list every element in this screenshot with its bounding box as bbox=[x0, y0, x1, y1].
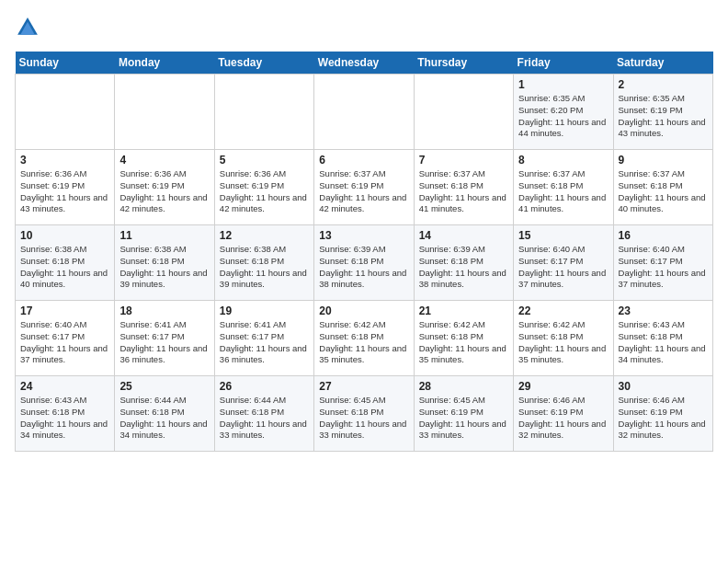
page-header bbox=[15, 15, 713, 40]
cell-info: Sunrise: 6:38 AM Sunset: 6:18 PM Dayligh… bbox=[220, 244, 309, 291]
calendar-cell: 24Sunrise: 6:43 AM Sunset: 6:18 PM Dayli… bbox=[16, 376, 115, 452]
calendar-cell: 29Sunrise: 6:46 AM Sunset: 6:19 PM Dayli… bbox=[514, 376, 613, 452]
calendar-cell: 17Sunrise: 6:40 AM Sunset: 6:17 PM Dayli… bbox=[16, 301, 115, 376]
day-number: 15 bbox=[518, 229, 608, 242]
day-number: 3 bbox=[20, 154, 109, 167]
cell-info: Sunrise: 6:35 AM Sunset: 6:20 PM Dayligh… bbox=[518, 93, 608, 140]
calendar-cell bbox=[214, 75, 313, 150]
cell-info: Sunrise: 6:37 AM Sunset: 6:18 PM Dayligh… bbox=[518, 168, 608, 215]
day-number: 22 bbox=[518, 304, 608, 317]
cell-info: Sunrise: 6:45 AM Sunset: 6:18 PM Dayligh… bbox=[319, 395, 408, 442]
calendar-cell bbox=[16, 75, 115, 150]
calendar-cell: 2Sunrise: 6:35 AM Sunset: 6:19 PM Daylig… bbox=[613, 75, 712, 150]
day-number: 29 bbox=[518, 380, 608, 393]
calendar-week-5: 24Sunrise: 6:43 AM Sunset: 6:18 PM Dayli… bbox=[16, 376, 713, 452]
day-number: 2 bbox=[619, 78, 708, 91]
calendar-cell: 9Sunrise: 6:37 AM Sunset: 6:18 PM Daylig… bbox=[613, 150, 712, 225]
calendar-cell: 8Sunrise: 6:37 AM Sunset: 6:18 PM Daylig… bbox=[514, 150, 613, 225]
day-number: 18 bbox=[119, 304, 209, 317]
cell-info: Sunrise: 6:43 AM Sunset: 6:18 PM Dayligh… bbox=[20, 395, 109, 442]
calendar-week-2: 3Sunrise: 6:36 AM Sunset: 6:19 PM Daylig… bbox=[16, 150, 713, 225]
cell-info: Sunrise: 6:42 AM Sunset: 6:18 PM Dayligh… bbox=[319, 319, 408, 366]
day-number: 1 bbox=[518, 78, 608, 91]
day-number: 26 bbox=[220, 380, 309, 393]
calendar-cell: 21Sunrise: 6:42 AM Sunset: 6:18 PM Dayli… bbox=[414, 301, 513, 376]
cell-info: Sunrise: 6:36 AM Sunset: 6:19 PM Dayligh… bbox=[20, 168, 109, 215]
day-number: 21 bbox=[419, 304, 508, 317]
cell-info: Sunrise: 6:44 AM Sunset: 6:18 PM Dayligh… bbox=[119, 395, 209, 442]
calendar-cell: 19Sunrise: 6:41 AM Sunset: 6:17 PM Dayli… bbox=[214, 301, 313, 376]
cell-info: Sunrise: 6:36 AM Sunset: 6:19 PM Dayligh… bbox=[119, 168, 209, 215]
calendar-cell bbox=[314, 75, 414, 150]
day-number: 27 bbox=[319, 380, 408, 393]
cell-info: Sunrise: 6:37 AM Sunset: 6:18 PM Dayligh… bbox=[619, 168, 708, 215]
calendar-week-1: 1Sunrise: 6:35 AM Sunset: 6:20 PM Daylig… bbox=[16, 75, 713, 150]
calendar-cell: 28Sunrise: 6:45 AM Sunset: 6:19 PM Dayli… bbox=[414, 376, 513, 452]
cell-info: Sunrise: 6:39 AM Sunset: 6:18 PM Dayligh… bbox=[419, 244, 508, 291]
day-header-saturday: Saturday bbox=[613, 52, 712, 75]
calendar-cell: 11Sunrise: 6:38 AM Sunset: 6:18 PM Dayli… bbox=[115, 225, 214, 301]
day-number: 23 bbox=[619, 304, 708, 317]
logo-icon bbox=[15, 15, 40, 40]
calendar-cell: 30Sunrise: 6:46 AM Sunset: 6:19 PM Dayli… bbox=[613, 376, 712, 452]
cell-info: Sunrise: 6:36 AM Sunset: 6:19 PM Dayligh… bbox=[220, 168, 309, 215]
cell-info: Sunrise: 6:46 AM Sunset: 6:19 PM Dayligh… bbox=[619, 395, 708, 442]
day-number: 30 bbox=[619, 380, 708, 393]
day-header-friday: Friday bbox=[514, 52, 613, 75]
day-number: 28 bbox=[419, 380, 508, 393]
day-header-tuesday: Tuesday bbox=[214, 52, 313, 75]
calendar-cell bbox=[414, 75, 513, 150]
day-number: 4 bbox=[119, 154, 209, 167]
day-number: 24 bbox=[20, 380, 109, 393]
day-number: 20 bbox=[319, 304, 408, 317]
day-number: 25 bbox=[119, 380, 209, 393]
day-number: 7 bbox=[419, 154, 508, 167]
calendar-cell: 18Sunrise: 6:41 AM Sunset: 6:17 PM Dayli… bbox=[115, 301, 214, 376]
calendar-cell: 14Sunrise: 6:39 AM Sunset: 6:18 PM Dayli… bbox=[414, 225, 513, 301]
calendar-header-row: SundayMondayTuesdayWednesdayThursdayFrid… bbox=[16, 52, 713, 75]
day-number: 11 bbox=[119, 229, 209, 242]
calendar-cell: 7Sunrise: 6:37 AM Sunset: 6:18 PM Daylig… bbox=[414, 150, 513, 225]
day-number: 13 bbox=[319, 229, 408, 242]
day-number: 5 bbox=[220, 154, 309, 167]
cell-info: Sunrise: 6:37 AM Sunset: 6:19 PM Dayligh… bbox=[319, 168, 408, 215]
day-number: 10 bbox=[20, 229, 109, 242]
calendar-cell: 5Sunrise: 6:36 AM Sunset: 6:19 PM Daylig… bbox=[214, 150, 313, 225]
day-number: 16 bbox=[619, 229, 708, 242]
calendar-week-3: 10Sunrise: 6:38 AM Sunset: 6:18 PM Dayli… bbox=[16, 225, 713, 301]
calendar-cell: 27Sunrise: 6:45 AM Sunset: 6:18 PM Dayli… bbox=[314, 376, 414, 452]
day-number: 6 bbox=[319, 154, 408, 167]
day-number: 8 bbox=[518, 154, 608, 167]
cell-info: Sunrise: 6:42 AM Sunset: 6:18 PM Dayligh… bbox=[518, 319, 608, 366]
calendar-cell: 15Sunrise: 6:40 AM Sunset: 6:17 PM Dayli… bbox=[514, 225, 613, 301]
calendar-cell: 25Sunrise: 6:44 AM Sunset: 6:18 PM Dayli… bbox=[115, 376, 214, 452]
calendar-table: SundayMondayTuesdayWednesdayThursdayFrid… bbox=[15, 52, 713, 452]
day-number: 9 bbox=[619, 154, 708, 167]
cell-info: Sunrise: 6:38 AM Sunset: 6:18 PM Dayligh… bbox=[119, 244, 209, 291]
calendar-cell: 4Sunrise: 6:36 AM Sunset: 6:19 PM Daylig… bbox=[115, 150, 214, 225]
cell-info: Sunrise: 6:40 AM Sunset: 6:17 PM Dayligh… bbox=[20, 319, 109, 366]
cell-info: Sunrise: 6:35 AM Sunset: 6:19 PM Dayligh… bbox=[619, 93, 708, 140]
cell-info: Sunrise: 6:40 AM Sunset: 6:17 PM Dayligh… bbox=[518, 244, 608, 291]
calendar-cell: 16Sunrise: 6:40 AM Sunset: 6:17 PM Dayli… bbox=[613, 225, 712, 301]
calendar-cell: 13Sunrise: 6:39 AM Sunset: 6:18 PM Dayli… bbox=[314, 225, 414, 301]
cell-info: Sunrise: 6:45 AM Sunset: 6:19 PM Dayligh… bbox=[419, 395, 508, 442]
calendar-cell bbox=[115, 75, 214, 150]
day-header-thursday: Thursday bbox=[414, 52, 513, 75]
cell-info: Sunrise: 6:41 AM Sunset: 6:17 PM Dayligh… bbox=[220, 319, 309, 366]
cell-info: Sunrise: 6:42 AM Sunset: 6:18 PM Dayligh… bbox=[419, 319, 508, 366]
cell-info: Sunrise: 6:41 AM Sunset: 6:17 PM Dayligh… bbox=[119, 319, 209, 366]
calendar-week-4: 17Sunrise: 6:40 AM Sunset: 6:17 PM Dayli… bbox=[16, 301, 713, 376]
calendar-cell: 6Sunrise: 6:37 AM Sunset: 6:19 PM Daylig… bbox=[314, 150, 414, 225]
day-header-sunday: Sunday bbox=[16, 52, 115, 75]
calendar-cell: 10Sunrise: 6:38 AM Sunset: 6:18 PM Dayli… bbox=[16, 225, 115, 301]
day-number: 14 bbox=[419, 229, 508, 242]
day-number: 17 bbox=[20, 304, 109, 317]
calendar-cell: 26Sunrise: 6:44 AM Sunset: 6:18 PM Dayli… bbox=[214, 376, 313, 452]
calendar-cell: 20Sunrise: 6:42 AM Sunset: 6:18 PM Dayli… bbox=[314, 301, 414, 376]
calendar-cell: 23Sunrise: 6:43 AM Sunset: 6:18 PM Dayli… bbox=[613, 301, 712, 376]
cell-info: Sunrise: 6:39 AM Sunset: 6:18 PM Dayligh… bbox=[319, 244, 408, 291]
cell-info: Sunrise: 6:43 AM Sunset: 6:18 PM Dayligh… bbox=[619, 319, 708, 366]
logo bbox=[15, 15, 44, 40]
cell-info: Sunrise: 6:46 AM Sunset: 6:19 PM Dayligh… bbox=[518, 395, 608, 442]
